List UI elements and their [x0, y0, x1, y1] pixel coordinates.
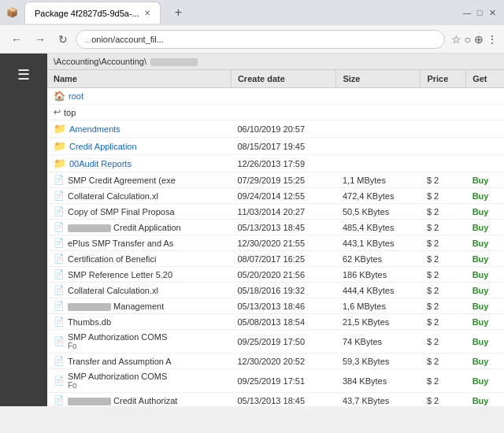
table-row[interactable]: 📄SMP Authorization COMSFo09/25/2019 17:5… [47, 369, 504, 393]
back-button[interactable]: ← [6, 30, 27, 49]
file-price-cell [421, 138, 466, 155]
file-buy-cell[interactable]: Buy [466, 251, 504, 267]
browser-chrome: 📦 Package 4f2827d5-9d5a-... ✕ + — □ ✕ ← … [0, 0, 504, 54]
minimize-button[interactable]: — [461, 7, 472, 18]
active-tab[interactable]: Package 4f2827d5-9d5a-... ✕ [24, 2, 161, 24]
table-row[interactable]: 📄SMP Credit Agreement (exe07/29/2019 15:… [47, 172, 504, 188]
row-name-container: 📄Collateral Calculation.xl [54, 285, 224, 295]
file-buy-cell[interactable]: Buy [466, 235, 504, 251]
file-buy-cell[interactable]: Buy [466, 330, 504, 353]
col-size: Size [336, 70, 421, 88]
table-row[interactable]: 📄 Credit Authorizat05/13/2013 18:4543,7 … [47, 393, 504, 406]
file-buy-cell[interactable]: Buy [466, 393, 504, 406]
file-price-cell: $ 2 [421, 204, 466, 220]
file-name-cell: 📄 Credit Authorizat [47, 393, 231, 406]
tab-favicon: 📦 [6, 7, 18, 18]
file-buy-cell[interactable]: Buy [466, 188, 504, 204]
file-icon: 📄 [54, 356, 65, 366]
folder-link[interactable]: 00Audit Reports [69, 159, 132, 168]
table-row[interactable]: 📄SMP Reference Letter 5.2005/20/2020 21:… [47, 267, 504, 283]
extensions-icon[interactable]: ⊕ [474, 33, 484, 46]
file-date-cell [231, 105, 336, 120]
file-price-cell: $ 2 [421, 283, 466, 298]
file-buy-cell[interactable]: Buy [466, 314, 504, 330]
table-row[interactable]: 📄Collateral Calculation.xl05/18/2016 19:… [47, 283, 504, 298]
blurred-text [68, 398, 111, 405]
file-name-cell[interactable]: 📁Credit Application [47, 138, 231, 155]
file-name-cell[interactable]: 🏠root [47, 88, 231, 105]
file-buy-cell[interactable]: Buy [466, 220, 504, 235]
file-name-label: Certification of Benefici [68, 254, 157, 264]
file-buy-cell[interactable]: Buy [466, 283, 504, 298]
table-row[interactable]: 📄Thumbs.db05/08/2013 18:5421,5 KBytes$ 2… [47, 314, 504, 330]
folder-link[interactable]: root [69, 91, 83, 101]
file-name-cell[interactable]: 📁00Audit Reports [47, 155, 231, 172]
row-name-container: 🏠root [54, 91, 224, 102]
table-row[interactable]: 📄Transfer and Assumption A12/30/2020 20:… [47, 353, 504, 369]
forward-button[interactable]: → [30, 30, 50, 49]
file-date-cell: 09/25/2019 17:51 [231, 369, 336, 393]
file-table[interactable]: Name Create date Size Price Get 🏠root↩to… [47, 70, 504, 406]
new-tab-button[interactable]: + [170, 6, 187, 20]
file-buy-cell[interactable]: Buy [466, 267, 504, 283]
file-name-text[interactable]: root [69, 91, 83, 101]
file-date-cell: 07/29/2019 15:25 [231, 172, 336, 188]
row-name-container: 📄SMP Reference Letter 5.20 [54, 269, 224, 279]
file-browser: \Accounting\Accounting\ Name Create date… [47, 54, 504, 406]
file-buy-cell[interactable]: Buy [466, 204, 504, 220]
file-buy-cell[interactable]: Buy [466, 172, 504, 188]
file-price-cell: $ 2 [421, 251, 466, 267]
file-name-text[interactable]: Amendments [69, 124, 120, 134]
file-buy-cell[interactable]: Buy [466, 298, 504, 314]
file-size-cell: 384 KBytes [336, 369, 421, 393]
file-price-cell: $ 2 [421, 330, 466, 353]
file-buy-cell[interactable]: Buy [466, 353, 504, 369]
file-buy-cell[interactable]: Buy [466, 369, 504, 393]
menu-icon[interactable]: ⋮ [487, 33, 498, 46]
folder-link[interactable]: Credit Application [69, 142, 137, 151]
table-row[interactable]: 📁Amendments06/10/2019 20:57 [47, 120, 504, 138]
bookmark-icon[interactable]: ☆ [451, 33, 461, 46]
table-row[interactable]: 📄 Management05/13/2013 18:461,6 MBytes$ … [47, 298, 504, 314]
file-buy-cell [466, 138, 504, 155]
file-price-cell: $ 2 [421, 353, 466, 369]
file-name-text: SMP Reference Letter 5.20 [68, 270, 172, 279]
address-bar[interactable]: ...onion/account_fil... [76, 30, 445, 49]
file-name-cell[interactable]: 📁Amendments [47, 120, 231, 138]
file-name-label: SMP Authorization COMS [68, 332, 167, 342]
file-name-text[interactable]: Credit Application [69, 142, 137, 151]
table-row[interactable]: 📁Credit Application08/15/2017 19:45 [47, 138, 504, 155]
maximize-button[interactable]: □ [474, 7, 485, 18]
file-size-cell: 485,4 KBytes [336, 220, 421, 235]
row-name-container: 📄 Management [54, 301, 224, 311]
table-row[interactable]: 📄 Credit Application05/13/2013 18:45485,… [47, 220, 504, 235]
table-row[interactable]: 📄ePlus SMP Transfer and As12/30/2020 21:… [47, 235, 504, 251]
file-name-cell: 📄Certification of Benefici [47, 251, 231, 267]
sidebar: ☰ [0, 54, 47, 406]
file-name-label: Thumbs.db [68, 317, 111, 327]
profile-icon[interactable]: ○ [465, 33, 471, 46]
path-bar: \Accounting\Accounting\ [47, 54, 504, 70]
file-buy-cell [466, 88, 504, 105]
folder-link[interactable]: Amendments [69, 124, 120, 134]
reload-button[interactable]: ↻ [54, 30, 72, 49]
table-row[interactable]: 🏠root [47, 88, 504, 105]
back-arrow-icon: ↩ [54, 107, 61, 117]
file-icon: 📄 [54, 222, 65, 232]
close-window-button[interactable]: ✕ [487, 7, 498, 18]
file-date-cell: 12/30/2020 20:52 [231, 353, 336, 369]
tab-close-button[interactable]: ✕ [144, 9, 150, 17]
table-row[interactable]: 📄Certification of Benefici08/07/2017 16:… [47, 251, 504, 267]
table-row[interactable]: 📁00Audit Reports12/26/2013 17:59 [47, 155, 504, 172]
file-name-cell: 📄SMP Credit Agreement (exe [47, 172, 231, 188]
table-row[interactable]: 📄SMP Authorization COMSFo09/25/2019 17:5… [47, 330, 504, 353]
file-name-text[interactable]: 00Audit Reports [69, 159, 132, 168]
file-date-cell: 05/20/2020 21:56 [231, 267, 336, 283]
file-price-cell [421, 105, 466, 120]
file-icon: 📄 [54, 336, 65, 346]
hamburger-menu[interactable]: ☰ [13, 61, 35, 88]
table-row[interactable]: ↩top [47, 105, 504, 120]
table-row[interactable]: 📄Collateral Calculation.xl09/24/2014 12:… [47, 188, 504, 204]
file-buy-cell [466, 155, 504, 172]
table-row[interactable]: 📄Copy of SMP Final Proposa11/03/2014 20:… [47, 204, 504, 220]
